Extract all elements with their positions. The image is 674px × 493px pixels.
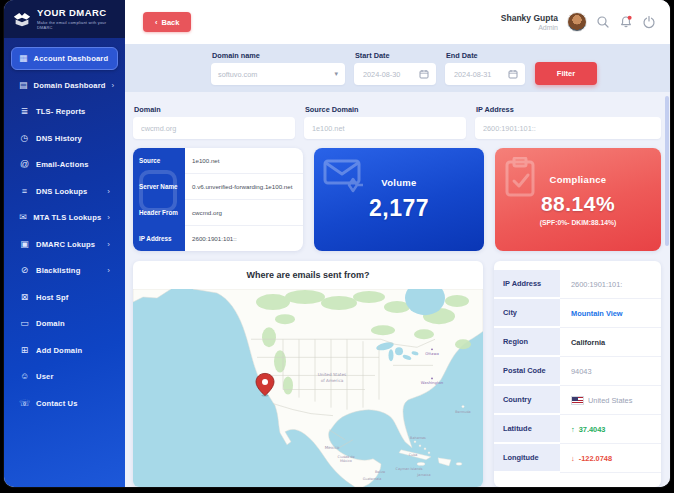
sidebar-menu: ▦ Account Dashboard ▤ Domain Dashboard ›… <box>4 38 125 427</box>
table-row: Latitude ↑ 37.4043 <box>494 415 661 444</box>
map-card: Where are emails sent from? <box>133 261 483 487</box>
ip-address-input[interactable] <box>475 117 661 139</box>
user-zone: Shanky Gupta Admin <box>501 12 656 32</box>
sidebar-item-label: DNS Lookups <box>36 187 101 196</box>
geo-row-label: IP Address <box>494 270 560 299</box>
brand-header[interactable]: YOUR DMARC Make the email compliant with… <box>4 0 125 38</box>
dmarc-lokups-icon: ▣ <box>19 240 30 249</box>
end-date-input[interactable] <box>452 69 508 80</box>
sidebar-item-label: MTA TLS Lookups <box>33 213 101 222</box>
world-map[interactable]: United States of America Ottawa Washingt… <box>133 289 483 487</box>
sidebar-item-domain-dashboard[interactable]: ▤ Domain Dashboard › <box>11 74 118 97</box>
shield-watermark-icon <box>139 170 179 214</box>
server-name-value: 0.v6.unverified-forwarding.1e100.net <box>185 174 303 200</box>
map-label: Ciudad de <box>337 455 354 459</box>
sidebar-item-label: Host Spf <box>36 293 104 302</box>
logout-icon[interactable] <box>642 15 656 29</box>
arrow-up-icon: ↑ <box>571 425 575 434</box>
sidebar-item-label: Domain <box>36 319 104 328</box>
geo-postal-value: 94043 <box>560 357 661 386</box>
ip-address-row-label: IP Address <box>133 235 172 242</box>
source-details-card: Source Server Name Header From IP Addres… <box>133 148 303 251</box>
sidebar-item-mta-tls-lookups[interactable]: ✉ MTA TLS Lookups › <box>11 206 118 229</box>
sidebar-item-blacklisting[interactable]: ⊘ Blacklisting › <box>11 259 118 282</box>
clipboard-check-icon <box>504 157 538 199</box>
start-date-input[interactable] <box>361 69 417 80</box>
sidebar-item-label: User <box>36 372 104 381</box>
user-role: Admin <box>538 24 558 31</box>
content: Domain Source Domain IP Address <box>125 92 670 487</box>
end-date-label: End Date <box>446 51 525 60</box>
back-button[interactable]: ‹ Back <box>143 12 191 32</box>
map-label: United States <box>318 372 346 377</box>
longitude-number: -122.0748 <box>579 454 612 463</box>
calendar-icon[interactable] <box>508 69 518 79</box>
sidebar-item-label: Domain Dashboard <box>34 81 106 90</box>
sidebar-item-label: TLS- Reports <box>36 107 104 116</box>
sidebar-item-add-domain[interactable]: ⊞ Add Domain <box>11 339 118 362</box>
map-label: Bahamas <box>410 436 426 440</box>
sidebar-item-user[interactable]: ☺ User <box>11 365 118 388</box>
ip-address-label: IP Address <box>476 105 661 114</box>
domain-dashboard-icon: ▤ <box>19 81 28 90</box>
map-label: Cayman Islands <box>396 467 423 471</box>
compliance-value: 88.14% <box>541 192 615 216</box>
chevron-right-icon: › <box>107 266 110 275</box>
map-label: Belize <box>375 470 385 474</box>
table-row: Postal Code 94043 <box>494 357 661 386</box>
map-title: Where are emails sent from? <box>133 261 483 289</box>
notification-bell-icon[interactable] <box>619 15 633 29</box>
start-date-label: Start Date <box>355 51 436 60</box>
sidebar-item-email-actions[interactable]: @ Email-Actions <box>11 153 118 176</box>
country-name: United States <box>588 396 632 405</box>
sidebar-item-dmarc-lokups[interactable]: ▣ DMARC Lokups › <box>11 233 118 256</box>
geo-ip-value: 2600:1901:101: <box>560 270 661 299</box>
cards-row: Source Server Name Header From IP Addres… <box>133 148 661 251</box>
sidebar-item-account-dashboard[interactable]: ▦ Account Dashboard <box>11 47 118 70</box>
header-from-label: Header From <box>133 209 178 216</box>
domain-input[interactable] <box>133 117 295 139</box>
main-area: ‹ Back Shanky Gupta Admin <box>125 0 670 487</box>
brand-tagline: Make the email compliant with your DMARC <box>37 20 117 30</box>
geo-latitude-value: ↑ 37.4043 <box>560 415 661 444</box>
domain-name-select[interactable]: softuvo.com ▾ <box>211 63 345 85</box>
sidebar: YOUR DMARC Make the email compliant with… <box>4 0 125 487</box>
chevron-left-icon: ‹ <box>155 18 158 27</box>
geo-row-label: Region <box>494 328 560 357</box>
sidebar-item-host-spf[interactable]: ⊠ Host Spf <box>11 286 118 309</box>
chevron-right-icon: › <box>107 187 110 196</box>
compliance-breakdown: (SPF:0%- DKIM:88.14%) <box>540 219 617 226</box>
sidebar-item-dns-history[interactable]: ◷ DNS History <box>11 127 118 150</box>
header-from-value: cwcmd.org <box>185 200 303 226</box>
topbar: ‹ Back Shanky Gupta Admin <box>125 0 670 44</box>
sidebar-item-dns-lookups[interactable]: ≡ DNS Lookups › <box>11 180 118 203</box>
map-label: Jamaica <box>416 473 430 477</box>
volume-title: Volume <box>381 177 416 188</box>
sidebar-item-tls-reports[interactable]: ≣ TLS- Reports <box>11 100 118 123</box>
compliance-title: Compliance <box>550 174 607 185</box>
geo-city-link[interactable]: Mountain View <box>560 299 661 328</box>
domain-label: Domain <box>134 105 295 114</box>
sidebar-item-label: Add Domain <box>36 346 104 355</box>
geo-row-label: Postal Code <box>494 357 560 386</box>
dns-history-icon: ◷ <box>19 134 30 143</box>
sidebar-item-domain[interactable]: ▭ Domain <box>11 312 118 335</box>
us-flag-icon <box>571 396 584 405</box>
map-label: Cuba <box>409 453 418 457</box>
source-domain-input[interactable] <box>304 117 466 139</box>
scrollbar-thumb[interactable] <box>665 96 669 246</box>
filter-panel: Domain name softuvo.com ▾ Start Date <box>125 44 670 92</box>
user-name: Shanky Gupta <box>501 13 558 23</box>
user-avatar[interactable] <box>567 12 587 32</box>
tls-reports-icon: ≣ <box>19 107 30 116</box>
volume-value: 2,177 <box>369 195 429 222</box>
arrow-down-icon: ↓ <box>571 454 575 463</box>
compliance-card: Compliance 88.14% (SPF:0%- DKIM:88.14%) <box>495 148 661 251</box>
source-details-value-column: 1e100.net 0.v6.unverified-forwarding.1e1… <box>185 148 303 251</box>
search-icon[interactable] <box>596 15 610 29</box>
filter-button[interactable]: Filter <box>535 62 597 85</box>
calendar-icon[interactable] <box>419 69 429 79</box>
table-row: Longitude ↓ -122.0748 <box>494 444 661 473</box>
volume-card: Volume 2,177 <box>314 148 484 251</box>
sidebar-item-contact-us[interactable]: ☏ Contact Us <box>11 392 118 415</box>
